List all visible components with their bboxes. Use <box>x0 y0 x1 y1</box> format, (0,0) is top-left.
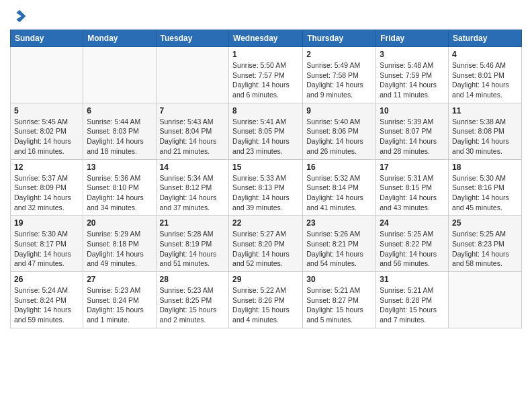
day-number: 16 <box>306 163 372 172</box>
day-info: Sunrise: 5:24 AM Sunset: 8:24 PM Dayligh… <box>14 285 79 325</box>
calendar-cell <box>83 47 156 103</box>
calendar-header-friday: Friday <box>376 30 449 47</box>
calendar-header-monday: Monday <box>83 30 156 47</box>
day-number: 3 <box>380 50 445 59</box>
day-info: Sunrise: 5:33 AM Sunset: 8:13 PM Dayligh… <box>232 173 299 213</box>
day-info: Sunrise: 5:28 AM Sunset: 8:19 PM Dayligh… <box>160 229 226 269</box>
day-info: Sunrise: 5:23 AM Sunset: 8:24 PM Dayligh… <box>87 285 152 325</box>
calendar-header-row: SundayMondayTuesdayWednesdayThursdayFrid… <box>11 30 522 47</box>
day-info: Sunrise: 5:36 AM Sunset: 8:10 PM Dayligh… <box>87 173 152 213</box>
calendar-header-wednesday: Wednesday <box>229 30 303 47</box>
calendar-header-thursday: Thursday <box>303 30 376 47</box>
calendar-cell: 21Sunrise: 5:28 AM Sunset: 8:19 PM Dayli… <box>156 216 229 272</box>
calendar-cell: 12Sunrise: 5:37 AM Sunset: 8:09 PM Dayli… <box>11 159 83 216</box>
calendar-cell <box>11 47 83 103</box>
day-info: Sunrise: 5:41 AM Sunset: 8:05 PM Dayligh… <box>232 117 299 156</box>
day-number: 9 <box>306 106 372 116</box>
day-info: Sunrise: 5:21 AM Sunset: 8:27 PM Dayligh… <box>306 285 372 325</box>
day-info: Sunrise: 5:22 AM Sunset: 8:26 PM Dayligh… <box>232 285 299 325</box>
calendar-cell <box>449 272 522 328</box>
day-info: Sunrise: 5:39 AM Sunset: 8:07 PM Dayligh… <box>380 117 445 156</box>
calendar-cell: 13Sunrise: 5:36 AM Sunset: 8:10 PM Dayli… <box>83 159 156 216</box>
calendar-cell: 9Sunrise: 5:40 AM Sunset: 8:06 PM Daylig… <box>303 103 376 159</box>
calendar-cell: 7Sunrise: 5:43 AM Sunset: 8:04 PM Daylig… <box>156 103 229 159</box>
calendar-cell: 30Sunrise: 5:21 AM Sunset: 8:27 PM Dayli… <box>303 272 376 328</box>
day-info: Sunrise: 5:25 AM Sunset: 8:23 PM Dayligh… <box>452 229 518 269</box>
day-info: Sunrise: 5:34 AM Sunset: 8:12 PM Dayligh… <box>160 173 226 213</box>
day-info: Sunrise: 5:45 AM Sunset: 8:02 PM Dayligh… <box>14 117 79 156</box>
calendar-cell: 17Sunrise: 5:31 AM Sunset: 8:15 PM Dayli… <box>376 159 449 216</box>
logo-icon <box>10 7 29 26</box>
calendar-table: SundayMondayTuesdayWednesdayThursdayFrid… <box>10 30 522 328</box>
day-number: 8 <box>232 106 299 116</box>
day-number: 22 <box>232 218 299 228</box>
day-info: Sunrise: 5:40 AM Sunset: 8:06 PM Dayligh… <box>306 117 372 156</box>
day-number: 2 <box>306 50 372 59</box>
day-number: 6 <box>87 106 152 116</box>
page-header <box>10 7 522 26</box>
day-info: Sunrise: 5:48 AM Sunset: 7:59 PM Dayligh… <box>380 60 445 100</box>
calendar-cell: 20Sunrise: 5:29 AM Sunset: 8:18 PM Dayli… <box>83 216 156 272</box>
day-info: Sunrise: 5:38 AM Sunset: 8:08 PM Dayligh… <box>452 117 518 156</box>
day-info: Sunrise: 5:25 AM Sunset: 8:22 PM Dayligh… <box>380 229 445 269</box>
day-number: 14 <box>160 163 226 172</box>
day-number: 31 <box>380 275 445 284</box>
calendar-cell: 22Sunrise: 5:27 AM Sunset: 8:20 PM Dayli… <box>229 216 303 272</box>
calendar-cell: 29Sunrise: 5:22 AM Sunset: 8:26 PM Dayli… <box>229 272 303 328</box>
day-number: 4 <box>452 50 518 59</box>
day-info: Sunrise: 5:21 AM Sunset: 8:28 PM Dayligh… <box>380 285 445 325</box>
calendar-cell: 31Sunrise: 5:21 AM Sunset: 8:28 PM Dayli… <box>376 272 449 328</box>
calendar-week-3: 12Sunrise: 5:37 AM Sunset: 8:09 PM Dayli… <box>11 159 522 216</box>
calendar-header-saturday: Saturday <box>449 30 522 47</box>
calendar-week-4: 19Sunrise: 5:30 AM Sunset: 8:17 PM Dayli… <box>11 216 522 272</box>
day-number: 7 <box>160 106 226 116</box>
day-number: 11 <box>452 106 518 116</box>
calendar-cell: 15Sunrise: 5:33 AM Sunset: 8:13 PM Dayli… <box>229 159 303 216</box>
day-number: 13 <box>87 163 152 172</box>
calendar-cell: 26Sunrise: 5:24 AM Sunset: 8:24 PM Dayli… <box>11 272 83 328</box>
day-number: 20 <box>87 218 152 228</box>
calendar-cell: 6Sunrise: 5:44 AM Sunset: 8:03 PM Daylig… <box>83 103 156 159</box>
calendar-cell: 16Sunrise: 5:32 AM Sunset: 8:14 PM Dayli… <box>303 159 376 216</box>
day-number: 25 <box>452 218 518 228</box>
day-number: 28 <box>160 275 226 284</box>
calendar-cell: 14Sunrise: 5:34 AM Sunset: 8:12 PM Dayli… <box>156 159 229 216</box>
day-number: 12 <box>14 163 79 172</box>
calendar-cell <box>156 47 229 103</box>
day-number: 15 <box>232 163 299 172</box>
day-number: 23 <box>306 218 372 228</box>
day-number: 1 <box>232 50 299 59</box>
calendar-cell: 2Sunrise: 5:49 AM Sunset: 7:58 PM Daylig… <box>303 47 376 103</box>
calendar-week-2: 5Sunrise: 5:45 AM Sunset: 8:02 PM Daylig… <box>11 103 522 159</box>
day-info: Sunrise: 5:49 AM Sunset: 7:58 PM Dayligh… <box>306 60 372 100</box>
day-info: Sunrise: 5:50 AM Sunset: 7:57 PM Dayligh… <box>232 60 299 100</box>
day-number: 10 <box>380 106 445 116</box>
calendar-cell: 10Sunrise: 5:39 AM Sunset: 8:07 PM Dayli… <box>376 103 449 159</box>
calendar-week-1: 1Sunrise: 5:50 AM Sunset: 7:57 PM Daylig… <box>11 47 522 103</box>
calendar-cell: 25Sunrise: 5:25 AM Sunset: 8:23 PM Dayli… <box>449 216 522 272</box>
calendar-cell: 24Sunrise: 5:25 AM Sunset: 8:22 PM Dayli… <box>376 216 449 272</box>
day-info: Sunrise: 5:29 AM Sunset: 8:18 PM Dayligh… <box>87 229 152 269</box>
day-number: 30 <box>306 275 372 284</box>
day-number: 18 <box>452 163 518 172</box>
calendar-cell: 23Sunrise: 5:26 AM Sunset: 8:21 PM Dayli… <box>303 216 376 272</box>
day-info: Sunrise: 5:27 AM Sunset: 8:20 PM Dayligh… <box>232 229 299 269</box>
day-info: Sunrise: 5:37 AM Sunset: 8:09 PM Dayligh… <box>14 173 79 213</box>
day-info: Sunrise: 5:44 AM Sunset: 8:03 PM Dayligh… <box>87 117 152 156</box>
day-number: 5 <box>14 106 79 116</box>
day-number: 21 <box>160 218 226 228</box>
day-number: 26 <box>14 275 79 284</box>
calendar-week-5: 26Sunrise: 5:24 AM Sunset: 8:24 PM Dayli… <box>11 272 522 328</box>
day-info: Sunrise: 5:23 AM Sunset: 8:25 PM Dayligh… <box>160 285 226 325</box>
day-info: Sunrise: 5:30 AM Sunset: 8:16 PM Dayligh… <box>452 173 518 213</box>
calendar-cell: 1Sunrise: 5:50 AM Sunset: 7:57 PM Daylig… <box>229 47 303 103</box>
calendar-cell: 27Sunrise: 5:23 AM Sunset: 8:24 PM Dayli… <box>83 272 156 328</box>
calendar-cell: 18Sunrise: 5:30 AM Sunset: 8:16 PM Dayli… <box>449 159 522 216</box>
calendar-cell: 4Sunrise: 5:46 AM Sunset: 8:01 PM Daylig… <box>449 47 522 103</box>
calendar-header-sunday: Sunday <box>11 30 83 47</box>
calendar-header-tuesday: Tuesday <box>156 30 229 47</box>
day-info: Sunrise: 5:43 AM Sunset: 8:04 PM Dayligh… <box>160 117 226 156</box>
day-number: 24 <box>380 218 445 228</box>
calendar-cell: 5Sunrise: 5:45 AM Sunset: 8:02 PM Daylig… <box>11 103 83 159</box>
calendar-cell: 28Sunrise: 5:23 AM Sunset: 8:25 PM Dayli… <box>156 272 229 328</box>
